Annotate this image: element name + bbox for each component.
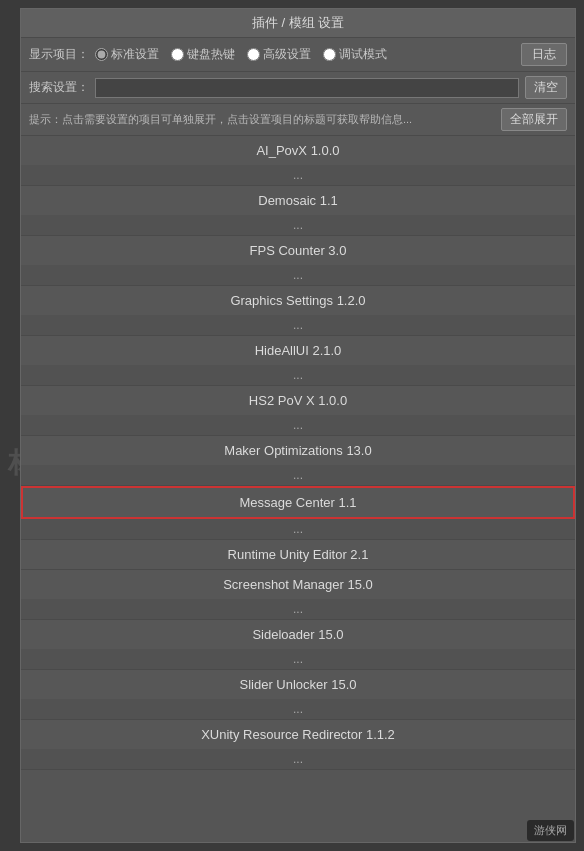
plugin-item: XUnity Resource Redirector 1.1.2...: [21, 720, 575, 770]
hint-text: 提示：点击需要设置的项目可单独展开，点击设置项目的标题可获取帮助信息...: [29, 112, 412, 127]
watermark-brand: 游侠网: [527, 820, 574, 841]
plugin-item: Sideloader 15.0...: [21, 620, 575, 670]
plugin-header[interactable]: Sideloader 15.0: [21, 620, 575, 649]
radio-advanced[interactable]: 高级设置: [247, 46, 311, 63]
plugin-sub: ...: [21, 649, 575, 669]
plugin-header[interactable]: Message Center 1.1: [21, 486, 575, 519]
plugin-item: Graphics Settings 1.2.0...: [21, 286, 575, 336]
clear-button[interactable]: 清空: [525, 76, 567, 99]
title-bar: 插件 / 模组 设置: [21, 9, 575, 38]
plugin-item: FPS Counter 3.0...: [21, 236, 575, 286]
plugin-sub: ...: [21, 415, 575, 435]
plugin-header[interactable]: Demosaic 1.1: [21, 186, 575, 215]
radio-debug[interactable]: 调试模式: [323, 46, 387, 63]
plugin-header[interactable]: Runtime Unity Editor 2.1: [21, 540, 575, 569]
window-title: 插件 / 模组 设置: [252, 15, 344, 30]
plugin-item: HideAllUI 2.1.0...: [21, 336, 575, 386]
plugin-sub: ...: [21, 599, 575, 619]
plugin-item: Slider Unlocker 15.0...: [21, 670, 575, 720]
plugin-item: HS2 PoV X 1.0.0...: [21, 386, 575, 436]
plugin-sub: ...: [21, 265, 575, 285]
display-items-label: 显示项目：: [29, 46, 89, 63]
plugin-header[interactable]: Graphics Settings 1.2.0: [21, 286, 575, 315]
plugin-item: Screenshot Manager 15.0...: [21, 570, 575, 620]
toolbar: 显示项目： 标准设置 键盘热键 高级设置 调试模式 日志: [21, 38, 575, 72]
search-label: 搜索设置：: [29, 79, 89, 96]
radio-debug-label: 调试模式: [339, 46, 387, 63]
plugin-header[interactable]: Maker Optimizations 13.0: [21, 436, 575, 465]
plugin-header[interactable]: HS2 PoV X 1.0.0: [21, 386, 575, 415]
expand-all-button[interactable]: 全部展开: [501, 108, 567, 131]
plugin-sub: ...: [21, 699, 575, 719]
search-bar: 搜索设置： 清空: [21, 72, 575, 104]
plugin-sub: ...: [21, 749, 575, 769]
display-options: 标准设置 键盘热键 高级设置 调试模式: [95, 46, 387, 63]
plugin-item: Demosaic 1.1...: [21, 186, 575, 236]
plugin-item: AI_PovX 1.0.0...: [21, 136, 575, 186]
log-button[interactable]: 日志: [521, 43, 567, 66]
search-input[interactable]: [95, 78, 519, 98]
main-window: 插件 / 模组 设置 显示项目： 标准设置 键盘热键 高级设置 调试模式 日志: [20, 8, 576, 843]
plugin-sub: ...: [21, 315, 575, 335]
plugin-header[interactable]: Screenshot Manager 15.0: [21, 570, 575, 599]
plugin-sub: ...: [21, 165, 575, 185]
plugin-sub: ...: [21, 215, 575, 235]
plugin-header[interactable]: AI_PovX 1.0.0: [21, 136, 575, 165]
plugin-header[interactable]: Slider Unlocker 15.0: [21, 670, 575, 699]
plugin-sub: ...: [21, 519, 575, 539]
plugin-sub: ...: [21, 465, 575, 485]
radio-keyboard[interactable]: 键盘热键: [171, 46, 235, 63]
plugin-header[interactable]: FPS Counter 3.0: [21, 236, 575, 265]
plugin-item: Maker Optimizations 13.0...: [21, 436, 575, 486]
radio-advanced-label: 高级设置: [263, 46, 311, 63]
plugin-list: AI_PovX 1.0.0...Demosaic 1.1...FPS Count…: [21, 136, 575, 842]
plugin-item: Message Center 1.1...: [21, 486, 575, 540]
hint-bar: 提示：点击需要设置的项目可单独展开，点击设置项目的标题可获取帮助信息... 全部…: [21, 104, 575, 136]
plugin-item: Runtime Unity Editor 2.1: [21, 540, 575, 570]
plugin-header[interactable]: HideAllUI 2.1.0: [21, 336, 575, 365]
radio-keyboard-label: 键盘热键: [187, 46, 235, 63]
radio-standard[interactable]: 标准设置: [95, 46, 159, 63]
radio-standard-label: 标准设置: [111, 46, 159, 63]
plugin-sub: ...: [21, 365, 575, 385]
plugin-header[interactable]: XUnity Resource Redirector 1.1.2: [21, 720, 575, 749]
